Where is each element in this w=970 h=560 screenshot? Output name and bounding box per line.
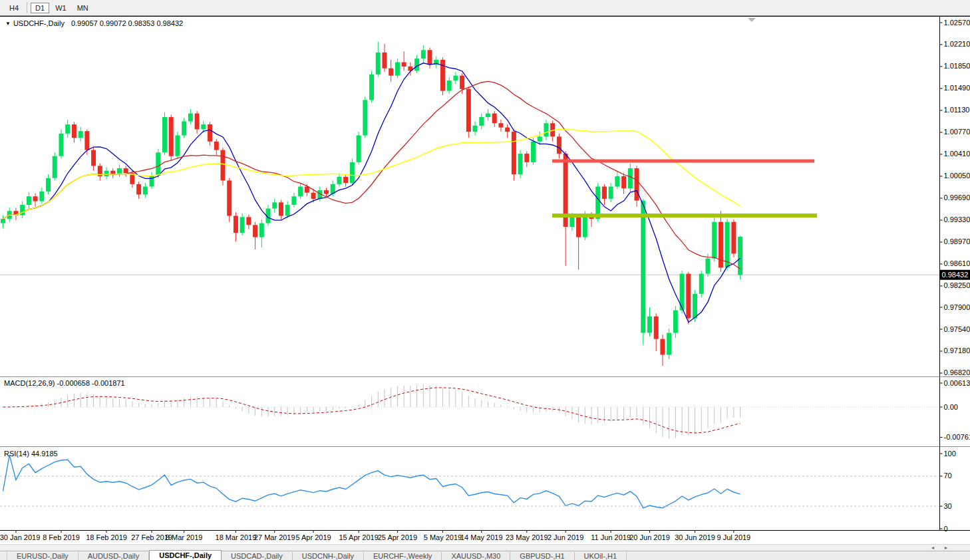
horizontal-scrollbar[interactable]: ◄ ► [0,544,970,551]
timeframe-toolbar: H4 D1 W1 MN [0,0,970,16]
candle-body [369,74,374,100]
candle-body [609,187,613,199]
candle-body [524,154,529,162]
candle-body [667,333,671,355]
timeframe-button-h4[interactable]: H4 [5,3,23,13]
tab-usdcnh-daily[interactable]: USDCNH-,Daily [293,552,364,560]
price-axis-label: 1.01130 [944,106,970,114]
candle-body [486,114,490,117]
price-axis-label: 0.97900 [944,303,970,311]
candle-body [693,294,697,319]
candle-body [738,237,742,275]
candle-body [447,80,452,91]
candle-body [473,126,478,132]
candle-body [305,187,309,193]
chart-shift-marker-icon[interactable] [748,18,756,22]
candle-body [175,136,180,156]
candle-body [602,187,607,199]
timeframe-button-w1[interactable]: W1 [51,3,71,13]
rsi-axis-label: 70 [944,472,952,480]
candle-body [395,63,400,76]
candle-body [104,171,109,176]
price-axis-label: 1.01490 [944,84,970,92]
candle-body [169,117,174,156]
candle-body [337,177,341,184]
rsi-indicator-label: RSI(14) 44.9185 [4,450,58,458]
tab-usdchf-daily[interactable]: USDCHF-,Daily [149,550,222,560]
tab-xauusd-m30[interactable]: XAUUSD-,M30 [442,552,510,560]
candle-body [512,132,516,174]
candle-body [382,53,387,69]
candle-body [156,152,160,176]
candle-body [628,168,633,188]
candle-body [531,142,536,162]
support-line[interactable] [552,213,817,217]
price-axis-label: 1.01850 [944,62,970,70]
candle-body [705,259,710,274]
chart-title: ▼USDCHF-,Daily0.99057 0.99072 0.98353 0.… [5,19,183,27]
candle-body [518,154,523,174]
candle-body [686,274,691,319]
rsi-axis-label: 30 [944,502,952,510]
candle-body [91,150,96,166]
candle-body [240,217,245,233]
candle-body [460,76,464,89]
price-axis-label: 0.98610 [944,259,970,267]
candle-body [182,121,186,135]
candle-body [583,215,587,237]
price-axis-label: 0.99330 [944,215,970,223]
candle-body [285,205,290,215]
candle-body [647,317,652,333]
date-axis-label: 5 Apr 2019 [295,533,331,541]
price-axis-label: 0.97540 [944,325,970,333]
tab-gbpusd-h1[interactable]: GBPUSD-,H1 [510,552,574,560]
candle-body [195,114,200,130]
tab-usdcad-daily[interactable]: USDCAD-,Daily [222,552,293,560]
candle-body [234,216,238,233]
macd-axis-label: -0.00761 [944,433,970,441]
price-axis-label: 1.00050 [944,172,970,180]
candle-body [635,168,639,201]
candle-body [227,180,232,215]
candle-body [79,131,83,138]
candle-body [188,114,193,122]
candle-body [53,156,57,178]
candle-body [291,196,296,205]
candle-body [136,184,141,195]
tab-eurusd-daily[interactable]: EURUSD-,Daily [7,552,79,560]
candle-body [731,222,736,254]
candle-body [479,117,484,126]
candle-body [124,168,128,173]
tab-eurchf-weekly[interactable]: EURCHF-,Weekly [364,552,442,560]
macd-axis-label: 0.00 [944,403,958,411]
candle-body [557,136,562,154]
chart-canvas: 1.025701.022101.018501.014901.011301.007… [0,0,970,560]
timeframe-button-mn[interactable]: MN [73,3,93,13]
candle-body [621,176,626,188]
tab-ukoil-h1[interactable]: UKOil-,H1 [575,552,627,560]
current-price-badge-value: 0.98432 [942,271,969,279]
rsi-axis-label: 100 [944,450,956,458]
candle-body [402,63,406,67]
price-axis-label: 1.00410 [944,150,970,158]
date-axis-label: 2 Jun 2019 [548,533,583,541]
candle-body [220,150,225,181]
candle-body [641,201,645,333]
candle-body [538,136,542,141]
tab-audusd-daily[interactable]: AUDUSD-,Daily [79,552,150,560]
candle-body [660,339,665,355]
candle-body [343,177,348,183]
candle-body [272,202,277,208]
candle-body [505,128,510,132]
timeframe-button-d1[interactable]: D1 [31,3,49,13]
chart-dropdown-icon[interactable]: ▼ [5,21,11,27]
candle-body [311,193,316,199]
chart-symbol-label: USDCHF-,Daily [13,19,65,27]
resistance-line[interactable] [552,160,814,163]
scroll-left-arrow-icon[interactable]: ◄ [929,545,937,551]
candle-body [214,142,219,150]
candle-body [673,311,678,333]
candle-body [253,225,257,237]
date-axis-label: 30 Jan 2019 [0,533,40,541]
scroll-right-arrow-icon[interactable]: ► [942,545,950,551]
